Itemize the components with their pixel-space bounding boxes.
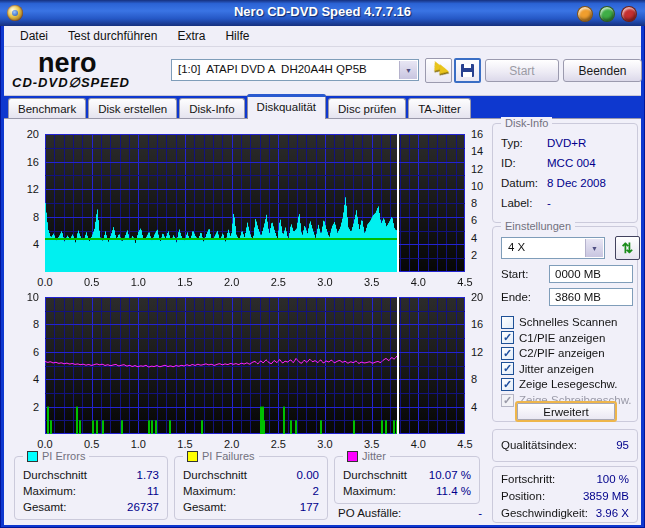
checkbox-box[interactable] (501, 316, 514, 329)
tab-ta-jitter[interactable]: TA-Jitter (408, 98, 471, 119)
tab-disc-pruefen[interactable]: Disc prüfen (328, 98, 406, 119)
stat-value: 177 (300, 501, 319, 513)
speed-select[interactable]: 4 X ▼ (501, 237, 605, 259)
progress-box: Fortschritt:100 % Position:3859 MB Gesch… (492, 466, 638, 523)
stat-label: Durchschnitt (183, 469, 247, 481)
menu-item-hilfe[interactable]: Hilfe (215, 27, 259, 45)
refresh-speeds-button[interactable]: ⇅ (615, 236, 640, 260)
axis-tick-label: 3.5 (358, 438, 386, 450)
quality-index-value: 95 (616, 439, 629, 451)
app-window: Nero CD-DVD Speed 4.7.7.16 Datei Test du… (0, 0, 645, 528)
axis-tick-label: 4 (7, 373, 39, 385)
stat-value: 26737 (127, 501, 159, 513)
speed-label: Geschwindigkeit: (501, 507, 588, 519)
disk-info-value: MCC 004 (547, 157, 596, 169)
end-position-input[interactable] (549, 288, 633, 306)
jitter-stats-box: Jitter Durchschnitt10.07 % Maximum:11.4 … (334, 456, 480, 504)
checkbox-box[interactable]: ✓ (501, 331, 514, 344)
checkbox-box[interactable]: ✓ (501, 378, 514, 391)
checkbox-box[interactable]: ✓ (501, 362, 514, 375)
checkbox-c1-pie-anzeigen[interactable]: ✓C1/PIE anzeigen (501, 331, 605, 345)
axis-tick-label: 20 (7, 128, 39, 140)
axis-tick-label: 4.0 (404, 276, 432, 288)
disk-info-box: Disk-Info Typ:DVD+R ID:MCC 004 Datum:8 D… (492, 123, 638, 223)
tab-bar: Benchmark Disk erstellen Disk-Info Diskq… (4, 95, 641, 119)
axis-tick-label: 4.5 (451, 438, 479, 450)
minimize-button[interactable] (577, 6, 593, 22)
checkbox-c2-pif-anzeigen[interactable]: ✓C2/PIF anzeigen (501, 346, 605, 360)
menu-item-test-durchfuehren[interactable]: Test durchführen (58, 27, 167, 45)
stat-value: 2 (313, 485, 319, 497)
pi-failures-swatch (187, 451, 198, 462)
save-button[interactable] (454, 58, 481, 83)
floppy-save-icon (461, 64, 474, 77)
progress-value: 100 % (596, 473, 629, 485)
position-value: 3859 MB (583, 490, 629, 502)
start-button[interactable]: Start (485, 59, 559, 82)
checkbox-box: ✓ (501, 394, 514, 407)
pi-errors-stats-box: PI Errors Durchschnitt1.73 Maximum:11 Ge… (14, 456, 168, 520)
checkbox-label: C1/PIE anzeigen (519, 332, 605, 344)
menubar: Datei Test durchführen Extra Hilfe (4, 26, 641, 47)
disk-info-value: 8 Dec 2008 (547, 177, 606, 189)
refresh-icon: ⇅ (622, 240, 634, 256)
drive-select[interactable]: [1:0] ATAPI DVD A DH20A4H QP5B ▼ (171, 59, 419, 81)
menu-item-extra[interactable]: Extra (167, 27, 215, 45)
tab-disk-info[interactable]: Disk-Info (179, 98, 244, 119)
jitter-swatch (347, 451, 358, 462)
pi-failures-stats-box: PI Failures Durchschnitt0.00 Maximum:2 G… (174, 456, 328, 520)
window-title: Nero CD-DVD Speed 4.7.7.16 (0, 4, 645, 19)
axis-tick-label: 0.0 (31, 438, 59, 450)
quit-button[interactable]: Beenden (563, 59, 642, 82)
checkbox-label: Schnelles Scannen (519, 316, 617, 328)
position-label: Position: (501, 490, 545, 502)
axis-tick-label: 0.5 (78, 438, 106, 450)
speed-value: 3.96 X (596, 507, 629, 519)
axis-tick-label: 6 (7, 346, 39, 358)
axis-tick-label: 1.5 (171, 438, 199, 450)
settings-box: Einstellungen 4 X ▼ ⇅ Start: Ende: Schne… (492, 226, 638, 422)
disk-info-label: ID: (501, 157, 516, 169)
pi-errors-title: PI Errors (42, 450, 85, 462)
checkbox-jitter-anzeigen[interactable]: ✓Jitter anzeigen (501, 362, 594, 376)
tab-disk-erstellen[interactable]: Disk erstellen (88, 98, 177, 119)
menu-item-datei[interactable]: Datei (10, 27, 58, 45)
pi-errors-chart-canvas (45, 134, 465, 272)
axis-tick-label: 2.0 (218, 276, 246, 288)
advanced-button[interactable]: Erweitert (515, 401, 617, 422)
checkbox-label: C2/PIF anzeigen (519, 347, 605, 359)
start-position-input[interactable] (549, 265, 633, 283)
stat-value: 0.00 (297, 469, 319, 481)
settings-title: Einstellungen (505, 220, 571, 232)
tab-diskqualitaet[interactable]: Diskqualität (247, 94, 326, 119)
disk-info-value: - (547, 197, 551, 209)
axis-tick-label: 1.0 (124, 438, 152, 450)
checkbox-zeige-lesegeschw-[interactable]: ✓Zeige Lesegeschw. (501, 377, 617, 391)
checkbox-schnelles-scannen[interactable]: Schnelles Scannen (501, 315, 617, 329)
close-button[interactable] (621, 6, 637, 22)
checkbox-label: Jitter anzeigen (519, 363, 594, 375)
axis-tick-label: 3.0 (311, 438, 339, 450)
chevron-down-icon[interactable]: ▼ (399, 61, 417, 79)
quality-index-label: Qualitätsindex: (501, 439, 577, 451)
stat-label: Gesamt: (23, 501, 66, 513)
tab-benchmark[interactable]: Benchmark (8, 98, 86, 119)
axis-tick-label: 0.0 (31, 276, 59, 288)
disk-info-label: Typ: (501, 137, 523, 149)
checkbox-box[interactable]: ✓ (501, 347, 514, 360)
pi-failures-title: PI Failures (202, 450, 255, 462)
stat-label: Durchschnitt (343, 469, 407, 481)
axis-tick-label: 8 (7, 318, 39, 330)
disk-info-label: Label: (501, 197, 532, 209)
axis-tick-label: 4.5 (451, 276, 479, 288)
axis-tick-label: 3.5 (358, 276, 386, 288)
toolbar: nero CD-DVD∅SPEED [1:0] ATAPI DVD A DH20… (4, 47, 641, 96)
disk-info-value: DVD+R (547, 137, 586, 149)
eject-button[interactable] (425, 58, 452, 83)
axis-tick-label: 3.0 (311, 276, 339, 288)
jitter-title: Jitter (362, 450, 386, 462)
progress-label: Fortschritt: (501, 473, 555, 485)
stat-label: Maximum: (183, 485, 236, 497)
maximize-button[interactable] (599, 6, 615, 22)
chevron-down-icon[interactable]: ▼ (585, 239, 603, 257)
